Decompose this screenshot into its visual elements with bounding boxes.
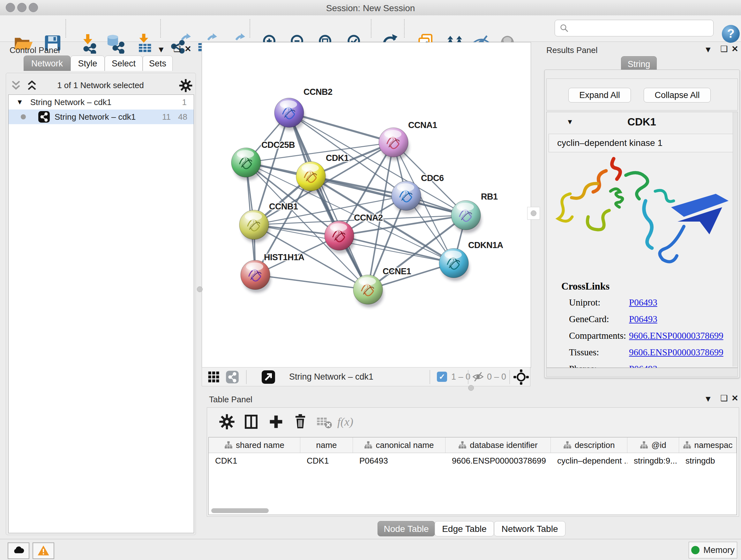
results-vscrollbar[interactable] xyxy=(733,112,737,367)
crosslink-link[interactable]: 9606.ENSP00000378699 xyxy=(629,347,724,358)
network-list-toolbar: 1 of 1 Network selected xyxy=(6,77,195,95)
float-panel-icon[interactable]: ▼ xyxy=(157,45,165,55)
protein-structure-image xyxy=(550,153,734,277)
network-node-CCNA1[interactable] xyxy=(379,128,408,157)
network-edge-CCNA2-CDKN1A[interactable] xyxy=(339,236,454,263)
warning-icon xyxy=(37,544,50,557)
node-count: 11 xyxy=(162,112,171,122)
tab-network[interactable]: Network xyxy=(23,56,71,71)
delete-column-icon[interactable] xyxy=(291,413,309,431)
warnings-button[interactable] xyxy=(32,543,54,559)
column-header-namespac[interactable]: namespac xyxy=(679,437,737,453)
crosslink-label: Uniprot: xyxy=(569,297,600,307)
memory-button[interactable]: Memory xyxy=(689,542,737,558)
network-node-CDKN1A[interactable] xyxy=(439,248,468,278)
table-cell[interactable]: P06493 xyxy=(353,453,446,469)
float-panel-icon[interactable]: ▼ xyxy=(704,394,712,404)
tab-network-table[interactable]: Network Table xyxy=(494,521,565,537)
import-network-database-button[interactable] xyxy=(105,33,126,54)
table-cell[interactable]: cyclin–dependent ... xyxy=(551,453,627,469)
help-button[interactable]: ? xyxy=(722,25,740,43)
column-header-description[interactable]: description xyxy=(551,437,627,453)
crosslink-link[interactable]: P06493 xyxy=(629,297,657,308)
column-type-icon xyxy=(458,441,467,449)
main-toolbar: ? xyxy=(0,15,741,42)
open-in-window-icon[interactable] xyxy=(261,370,275,384)
column-label: @id xyxy=(651,440,666,450)
network-node-CCNB1[interactable] xyxy=(239,210,269,240)
search-input[interactable] xyxy=(569,21,713,35)
collapse-all-button[interactable]: Collapse All xyxy=(644,88,711,103)
right-splitter[interactable] xyxy=(527,207,540,220)
network-node-HIST1H1A[interactable] xyxy=(241,260,270,290)
crosslink-link[interactable]: 9606.ENSP00000378699 xyxy=(629,330,724,341)
memory-status-icon xyxy=(691,546,699,554)
crosslink-label: Compartments: xyxy=(569,330,626,341)
table-cell[interactable]: CDK1 xyxy=(300,453,353,469)
tab-style[interactable]: Style xyxy=(71,56,105,71)
network-canvas[interactable]: CCNB2CCNA1CDC25BCDK1CDC6RB1CCNB1CCNA2CDK… xyxy=(202,42,531,368)
bottom-splitter-handle[interactable] xyxy=(468,385,474,391)
close-panel-icon[interactable]: ✕ xyxy=(731,44,738,54)
network-selection-status: 1 of 1 Network selected xyxy=(6,80,195,90)
network-edge-CCNB2-CCNE1[interactable] xyxy=(289,113,368,290)
network-node-CCNE1[interactable] xyxy=(353,275,383,304)
network-node-CCNB2[interactable] xyxy=(274,98,304,127)
table-cell[interactable]: CDK1 xyxy=(209,453,300,469)
network-node-CCNA2[interactable] xyxy=(325,221,354,250)
fit-selected-crosshair-icon[interactable] xyxy=(513,369,529,385)
table-hscrollbar-thumb[interactable] xyxy=(211,508,269,513)
tab-string[interactable]: String xyxy=(621,56,657,71)
network-node-RB1[interactable] xyxy=(451,200,481,230)
network-node-CDC25B[interactable] xyxy=(231,148,261,177)
column-header-database-identifier[interactable]: database identifier xyxy=(446,437,551,453)
column-header--id[interactable]: @id xyxy=(627,437,679,453)
node-label-RB1: RB1 xyxy=(481,192,498,201)
column-type-icon xyxy=(683,441,691,449)
network-edge-HIST1H1A-CCNE1[interactable] xyxy=(255,275,368,290)
node-table-container: f(x) shared namenamecanonical namedataba… xyxy=(207,408,739,516)
protein-header-row[interactable]: ▼ CDK1 xyxy=(547,113,736,131)
gear-icon[interactable] xyxy=(178,78,193,93)
maximize-panel-icon[interactable]: ❑ xyxy=(720,44,728,54)
show-columns-icon[interactable] xyxy=(242,413,260,431)
column-header-name[interactable]: name xyxy=(300,437,353,453)
create-column-icon[interactable] xyxy=(267,413,285,431)
toolbar-separator xyxy=(160,19,161,38)
table-cell[interactable]: stringdb:9... xyxy=(627,453,679,469)
close-panel-icon[interactable]: ✕ xyxy=(731,393,738,403)
maximize-panel-icon[interactable]: ❑ xyxy=(720,393,728,403)
selected-checkbox[interactable]: ✓ xyxy=(437,372,447,382)
network-node-CDC6[interactable] xyxy=(392,181,421,210)
column-header-canonical-name[interactable]: canonical name xyxy=(353,437,446,453)
network-node-CDK1[interactable] xyxy=(296,162,326,191)
cloud-button[interactable] xyxy=(8,543,29,559)
expand-all-button[interactable]: Expand All xyxy=(568,88,631,103)
close-panel-icon[interactable]: ✕ xyxy=(185,44,192,54)
tab-node-table[interactable]: Node Table xyxy=(378,521,435,537)
table-row[interactable]: CDK1CDK1P064939606.ENSP00000378699cyclin… xyxy=(209,453,737,469)
birds-eye-view-icon[interactable] xyxy=(226,370,239,384)
tab-edge-table[interactable]: Edge Table xyxy=(434,521,494,537)
collapse-tree-icon[interactable]: ▼ xyxy=(16,98,23,106)
table-cell[interactable]: stringdb xyxy=(679,453,737,469)
column-header-shared-name[interactable]: shared name xyxy=(209,437,300,453)
crosslink-link[interactable]: P06493 xyxy=(629,314,657,324)
left-splitter-handle[interactable] xyxy=(197,287,203,292)
tab-select[interactable]: Select xyxy=(105,56,143,71)
results-hscrollbar[interactable] xyxy=(546,368,738,377)
maximize-panel-icon[interactable]: ❑ xyxy=(173,44,181,54)
network-collection-row[interactable]: ▼ String Network – cdk1 1 xyxy=(9,95,194,110)
network-view-toolbar: String Network – cdk1 ✓ 1 – 0 0 – 0 xyxy=(202,367,530,386)
network-row[interactable]: String Network – cdk1 11 48 xyxy=(9,110,194,124)
status-bar: Memory xyxy=(0,539,741,560)
grid-view-icon[interactable] xyxy=(208,371,220,383)
import-network-file-button[interactable] xyxy=(77,33,98,54)
table-options-gear-icon[interactable] xyxy=(218,413,236,431)
search-box[interactable] xyxy=(555,20,714,37)
tab-sets[interactable]: Sets xyxy=(143,56,173,71)
table-cell[interactable]: 9606.ENSP00000378699 xyxy=(446,453,551,469)
import-table-file-button[interactable] xyxy=(134,33,155,54)
network-edge-CCNB2-CCNA1[interactable] xyxy=(289,113,394,142)
float-panel-icon[interactable]: ▼ xyxy=(704,45,712,55)
